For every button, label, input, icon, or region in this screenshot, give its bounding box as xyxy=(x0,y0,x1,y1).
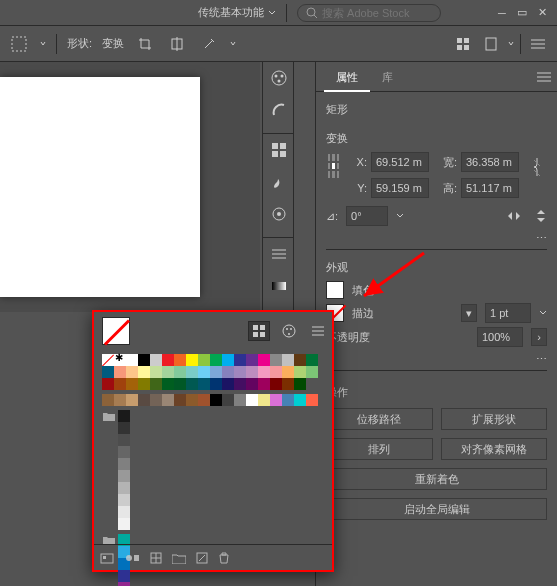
width-input[interactable] xyxy=(461,152,519,172)
close-button[interactable]: ✕ xyxy=(535,6,549,20)
expand-shape-button[interactable]: 扩展形状 xyxy=(441,408,548,430)
swatch[interactable] xyxy=(282,394,294,406)
swatch[interactable] xyxy=(150,354,162,366)
swatch[interactable] xyxy=(118,518,130,530)
color-mixer-mode-icon[interactable] xyxy=(278,321,300,341)
swatch[interactable] xyxy=(186,366,198,378)
swatch[interactable] xyxy=(258,366,270,378)
swatch[interactable] xyxy=(246,354,258,366)
swatch[interactable] xyxy=(118,494,130,506)
fill-swatch[interactable] xyxy=(326,281,344,299)
swatch[interactable] xyxy=(174,394,186,406)
swatch[interactable] xyxy=(114,394,126,406)
swatch[interactable] xyxy=(234,378,246,390)
canvas-area[interactable] xyxy=(0,62,260,312)
swatch[interactable] xyxy=(162,366,174,378)
swatch[interactable] xyxy=(118,582,130,586)
swatch[interactable] xyxy=(294,378,306,390)
folder-icon[interactable] xyxy=(102,410,116,422)
color-panel-icon[interactable] xyxy=(263,62,295,94)
swatch[interactable] xyxy=(174,366,186,378)
flip-horizontal-icon[interactable] xyxy=(507,210,521,222)
swatch[interactable] xyxy=(306,354,318,366)
chevron-down-icon[interactable] xyxy=(539,309,547,317)
more-options-icon[interactable]: ⋯ xyxy=(536,353,547,365)
x-input[interactable] xyxy=(371,152,429,172)
gradient-panel-icon[interactable] xyxy=(263,270,295,302)
swatch[interactable] xyxy=(118,458,130,470)
align-pixel-grid-button[interactable]: 对齐像素网格 xyxy=(441,438,548,460)
swatch-libraries-icon[interactable] xyxy=(100,552,114,564)
swatch[interactable] xyxy=(234,394,246,406)
swatch-grid-mode-icon[interactable] xyxy=(248,321,270,341)
swatch[interactable] xyxy=(102,366,114,378)
swatch[interactable] xyxy=(126,378,138,390)
swatch[interactable] xyxy=(210,366,222,378)
swatch[interactable] xyxy=(118,470,130,482)
swatch[interactable] xyxy=(246,378,258,390)
flip-vertical-icon[interactable] xyxy=(535,209,547,223)
swatch[interactable] xyxy=(114,366,126,378)
swatch[interactable] xyxy=(118,482,130,494)
swatch[interactable] xyxy=(138,366,150,378)
swatch[interactable] xyxy=(138,394,150,406)
swatch[interactable] xyxy=(258,378,270,390)
swatch[interactable] xyxy=(150,378,162,390)
swatch[interactable] xyxy=(118,570,130,582)
stock-search[interactable] xyxy=(297,4,441,22)
constrain-proportions-icon[interactable] xyxy=(527,152,547,184)
swatch[interactable] xyxy=(234,354,246,366)
global-edit-button[interactable]: 启动全局编辑 xyxy=(326,498,547,520)
swatch[interactable] xyxy=(162,354,174,366)
swatch[interactable] xyxy=(118,422,130,434)
swatch[interactable] xyxy=(306,366,318,378)
swatch[interactable] xyxy=(294,366,306,378)
swatch[interactable] xyxy=(186,354,198,366)
chevron-down-icon[interactable] xyxy=(508,39,514,49)
registration-swatch[interactable] xyxy=(114,354,126,366)
crop-icon[interactable] xyxy=(134,33,156,55)
stroke-stepper-down[interactable]: ▾ xyxy=(461,304,477,322)
swatch-options-icon[interactable] xyxy=(150,552,162,564)
swatch[interactable] xyxy=(282,378,294,390)
delete-swatch-icon[interactable] xyxy=(218,552,230,564)
grid-view-icon[interactable] xyxy=(452,33,474,55)
swatches-menu-icon[interactable] xyxy=(312,326,324,336)
wand-icon[interactable] xyxy=(198,33,220,55)
swatch[interactable] xyxy=(270,366,282,378)
tab-properties[interactable]: 属性 xyxy=(324,62,370,92)
maximize-button[interactable]: ▭ xyxy=(515,6,529,20)
swatch[interactable] xyxy=(222,366,234,378)
swatch[interactable] xyxy=(126,394,138,406)
swatch[interactable] xyxy=(138,354,150,366)
new-color-group-icon[interactable] xyxy=(172,552,186,564)
swatch[interactable] xyxy=(198,378,210,390)
swatch[interactable] xyxy=(198,354,210,366)
offset-path-button[interactable]: 位移路径 xyxy=(326,408,433,430)
search-input[interactable] xyxy=(322,7,432,19)
swatches-panel-icon[interactable] xyxy=(263,134,295,166)
swatch[interactable] xyxy=(198,366,210,378)
swatch[interactable] xyxy=(126,354,138,366)
panel-menu-icon[interactable] xyxy=(527,33,549,55)
document-setup-icon[interactable] xyxy=(480,33,502,55)
swatch[interactable] xyxy=(198,394,210,406)
recolor-button[interactable]: 重新着色 xyxy=(326,468,547,490)
swatch[interactable] xyxy=(102,394,114,406)
color-guide-icon[interactable] xyxy=(263,94,295,126)
swatch[interactable] xyxy=(270,394,282,406)
swatch[interactable] xyxy=(270,378,282,390)
swatch[interactable] xyxy=(186,378,198,390)
swatch[interactable] xyxy=(222,378,234,390)
chevron-down-icon[interactable] xyxy=(230,39,236,49)
stroke-weight-input[interactable] xyxy=(485,303,531,323)
swatch[interactable] xyxy=(162,394,174,406)
swatch[interactable] xyxy=(222,394,234,406)
swatch[interactable] xyxy=(210,354,222,366)
swatch[interactable] xyxy=(222,354,234,366)
more-options-icon[interactable]: ⋯ xyxy=(536,232,547,244)
swatch[interactable] xyxy=(210,394,222,406)
swatch[interactable] xyxy=(118,446,130,458)
swatch[interactable] xyxy=(270,354,282,366)
brushes-panel-icon[interactable] xyxy=(263,166,295,198)
